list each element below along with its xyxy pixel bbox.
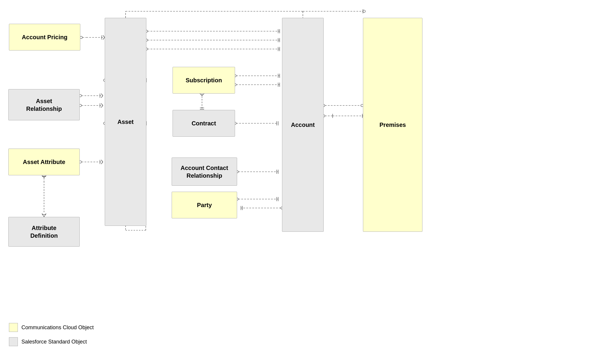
entity-party-label: Party bbox=[197, 201, 212, 209]
line-asset-top-account bbox=[123, 9, 365, 20]
svg-line-27 bbox=[101, 162, 103, 164]
entity-acr-label: Account Contact Relationship bbox=[181, 164, 228, 179]
svg-line-35 bbox=[44, 175, 46, 178]
legend-box-yellow bbox=[9, 323, 18, 332]
entity-premises-label: Premises bbox=[380, 121, 406, 129]
entity-asset: Asset bbox=[105, 18, 146, 226]
legend: Communications Cloud Object Salesforce S… bbox=[9, 323, 94, 346]
entity-attribute-definition-label: Attribute Definition bbox=[30, 224, 58, 239]
entity-contract: Contract bbox=[173, 110, 235, 137]
entity-asset-relationship-label: Asset Relationship bbox=[26, 97, 62, 113]
entity-asset-relationship: Asset Relationship bbox=[8, 89, 80, 120]
entity-asset-label: Asset bbox=[118, 118, 134, 126]
svg-point-8 bbox=[80, 36, 82, 39]
lines-party-account bbox=[236, 197, 283, 210]
diagram-container: Account Pricing Asset Relationship Asset… bbox=[0, 0, 606, 327]
svg-line-22 bbox=[101, 105, 103, 108]
lines-subscription-account bbox=[234, 74, 280, 87]
legend-gray-label: Salesforce Standard Object bbox=[21, 339, 87, 345]
legend-box-gray bbox=[9, 337, 18, 346]
line-asset-rel-asset bbox=[79, 94, 103, 108]
line-asset-attr-attr-def bbox=[42, 175, 46, 217]
svg-point-44 bbox=[363, 10, 365, 12]
svg-line-32 bbox=[44, 213, 46, 217]
svg-line-26 bbox=[101, 160, 103, 162]
svg-line-21 bbox=[101, 103, 103, 105]
lines-account-premises bbox=[322, 104, 365, 118]
legend-item-yellow: Communications Cloud Object bbox=[9, 323, 94, 332]
entity-account: Account bbox=[282, 18, 324, 232]
entity-premises: Premises bbox=[363, 18, 422, 232]
entity-subscription-label: Subscription bbox=[186, 76, 222, 84]
line-acr-account bbox=[236, 170, 278, 174]
entity-asset-attribute-label: Asset Attribute bbox=[23, 158, 65, 166]
svg-line-17 bbox=[101, 96, 103, 98]
svg-line-31 bbox=[42, 213, 44, 217]
legend-yellow-label: Communications Cloud Object bbox=[21, 324, 94, 331]
svg-line-34 bbox=[42, 175, 44, 178]
line-contract-account bbox=[234, 121, 278, 125]
entity-account-pricing: Account Pricing bbox=[9, 24, 80, 51]
svg-line-76 bbox=[202, 94, 204, 96]
line-subscription-contract bbox=[200, 94, 204, 109]
legend-item-gray: Salesforce Standard Object bbox=[9, 337, 94, 346]
entity-attribute-definition: Attribute Definition bbox=[8, 217, 80, 247]
entity-contract-label: Contract bbox=[192, 119, 216, 127]
line-asset-attr-asset bbox=[79, 160, 103, 164]
line-account-pricing-asset bbox=[80, 35, 105, 40]
svg-line-75 bbox=[200, 94, 202, 96]
lines-asset-to-account-multi bbox=[145, 29, 280, 51]
entity-account-pricing-label: Account Pricing bbox=[22, 33, 67, 41]
entity-subscription: Subscription bbox=[173, 67, 235, 94]
entity-party: Party bbox=[172, 192, 237, 218]
entity-account-contact-relationship: Account Contact Relationship bbox=[172, 157, 237, 186]
svg-line-16 bbox=[101, 94, 103, 96]
entity-asset-attribute: Asset Attribute bbox=[8, 149, 80, 175]
entity-account-label: Account bbox=[291, 121, 315, 129]
